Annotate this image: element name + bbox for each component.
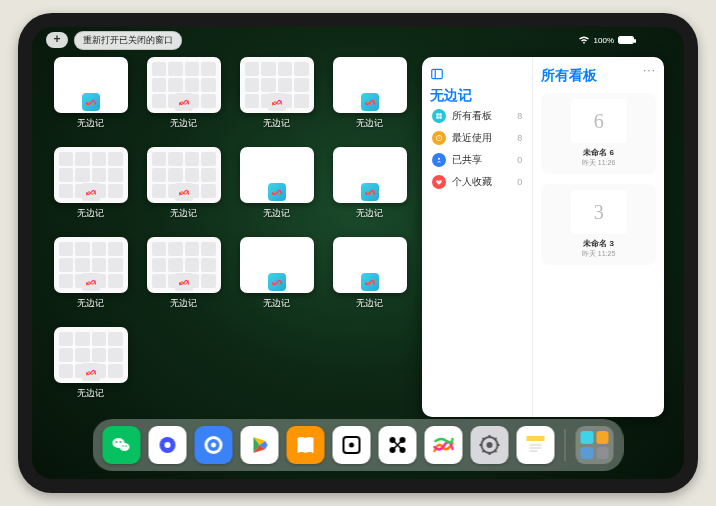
thumbnail-label: 无边记 [77,117,104,130]
sidebar-toggle-icon[interactable] [430,67,444,81]
window-thumbnail[interactable]: 无边记 [331,147,408,225]
freeform-icon [82,363,100,381]
freeform-boards-area: ··· 所有看板 6未命名 6昨天 11:263未命名 3昨天 11:25 [533,57,664,417]
sidebar-item-count: 0 [517,155,522,165]
window-thumbnail[interactable]: 无边记 [145,237,222,315]
dock-app-settings[interactable] [471,426,509,464]
thumbnail-label: 无边记 [356,207,383,220]
svg-point-20 [349,443,354,448]
sidebar-item-label: 所有看板 [452,109,492,123]
sidebar-item-label: 已共享 [452,153,482,167]
svg-point-7 [438,158,440,160]
thumbnail-label: 无边记 [356,297,383,310]
dock-app-quark[interactable] [149,426,187,464]
freeform-icon [361,183,379,201]
sidebar-item[interactable]: 已共享0 [430,149,524,171]
thumbnail-label: 无边记 [77,207,104,220]
window-thumbnail[interactable]: 无边记 [238,237,315,315]
thumbnail-label: 无边记 [77,297,104,310]
dock-recent-folder[interactable] [576,426,614,464]
thumbnail-label: 无边记 [263,117,290,130]
svg-line-34 [495,438,497,440]
window-thumbnail[interactable]: 无边记 [52,237,129,315]
window-thumbnail[interactable]: 无边记 [52,57,129,135]
freeform-icon [82,183,100,201]
battery-icon [618,36,634,44]
svg-point-10 [116,441,118,443]
screen: + 重新打开已关闭的窗口 100% 无边记无边记无边记无边记无边记无边记无边记无… [32,27,684,479]
dock-app-books[interactable] [287,426,325,464]
ipad-frame: + 重新打开已关闭的窗口 100% 无边记无边记无边记无边记无边记无边记无边记无… [18,13,698,493]
status-bar: + 重新打开已关闭的窗口 100% [32,33,684,47]
sidebar-item-count: 0 [517,177,522,187]
board-card[interactable]: 6未命名 6昨天 11:26 [541,93,656,174]
svg-rect-4 [436,116,438,118]
sidebar-item[interactable]: 最近使用8 [430,127,524,149]
dock-app-notes[interactable] [517,426,555,464]
window-thumbnail[interactable]: 无边记 [238,147,315,225]
svg-rect-2 [436,113,438,115]
svg-point-9 [120,443,130,451]
board-name: 未命名 6 [583,147,614,158]
window-thumbnail[interactable]: 无边记 [145,57,222,135]
thumbnail-label: 无边记 [356,117,383,130]
window-thumbnail-grid: 无边记无边记无边记无边记无边记无边记无边记无边记无边记无边记无边记无边记无边记 [52,57,408,417]
svg-line-33 [483,450,485,452]
sidebar-item-icon [432,175,446,189]
svg-line-31 [483,438,485,440]
sidebar-item-count: 8 [517,111,522,121]
thumbnail-label: 无边记 [170,207,197,220]
board-preview: 6 [571,99,627,143]
sidebar-item-icon [432,131,446,145]
dock-app-freeform[interactable] [425,426,463,464]
sidebar-item-label: 最近使用 [452,131,492,145]
svg-point-15 [165,442,171,448]
freeform-icon [175,183,193,201]
app-switcher: 无边记无边记无边记无边记无边记无边记无边记无边记无边记无边记无边记无边记无边记 … [52,57,664,417]
svg-rect-3 [439,113,441,115]
thumbnail-label: 无边记 [170,297,197,310]
dock-app-play[interactable] [241,426,279,464]
window-thumbnail[interactable]: 无边记 [331,57,408,135]
freeform-icon [175,273,193,291]
window-thumbnail[interactable]: 无边记 [331,237,408,315]
svg-point-11 [120,441,122,443]
window-thumbnail[interactable]: 无边记 [145,147,222,225]
svg-rect-5 [439,116,441,118]
sidebar-item-count: 8 [517,133,522,143]
dock-app-wechat[interactable] [103,426,141,464]
board-date: 昨天 11:25 [582,249,615,259]
sidebar-title: 无边记 [430,87,524,105]
sidebar-item[interactable]: 个人收藏0 [430,171,524,193]
thumbnail-label: 无边记 [77,387,104,400]
sidebar-item-icon [432,153,446,167]
svg-point-12 [122,445,124,447]
sidebar-item[interactable]: 所有看板8 [430,105,524,127]
window-thumbnail[interactable]: 无边记 [52,327,129,405]
more-button[interactable]: ··· [643,63,656,77]
dock-app-dice[interactable] [333,426,371,464]
freeform-icon [361,273,379,291]
status-indicators: 100% [578,36,634,45]
board-card[interactable]: 3未命名 3昨天 11:25 [541,184,656,265]
window-thumbnail[interactable]: 无边记 [238,57,315,135]
svg-rect-35 [527,436,545,441]
board-date: 昨天 11:26 [582,158,615,168]
sidebar-item-label: 个人收藏 [452,175,492,189]
window-thumbnail[interactable]: 无边记 [52,147,129,225]
svg-rect-0 [432,69,443,78]
dock-app-nodes[interactable] [379,426,417,464]
freeform-icon [175,93,193,111]
svg-point-13 [125,445,127,447]
freeform-icon [82,273,100,291]
dock [93,419,624,471]
reopen-closed-window-pill[interactable]: 重新打开已关闭的窗口 [74,31,182,50]
new-window-button[interactable]: + [46,32,68,48]
freeform-app-window[interactable]: 无边记 所有看板8最近使用8已共享0个人收藏0 ··· 所有看板 6未命名 6昨… [422,57,664,417]
svg-point-18 [211,443,216,448]
svg-point-26 [487,442,493,448]
dock-app-browser[interactable] [195,426,233,464]
dock-separator [565,429,566,461]
sidebar-item-icon [432,109,446,123]
wifi-icon [578,36,590,45]
